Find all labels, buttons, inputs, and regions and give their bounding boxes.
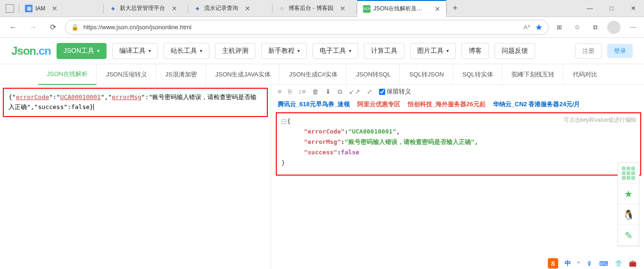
more-icon[interactable]: ⋯	[627, 22, 638, 33]
reading-mode-icon[interactable]: Aᴬ	[523, 24, 530, 31]
chevron-down-icon: ▾	[149, 48, 151, 53]
profile-avatar[interactable]	[607, 21, 620, 34]
tab-json[interactable]: JSON JSON在线解析及格式化验证 ✕	[357, 0, 446, 17]
close-icon[interactable]: ✕	[245, 5, 250, 12]
subnav-sql-json[interactable]: SQL转JSON	[401, 64, 453, 85]
output-pane: ≡ ⎘ ↕≡ 🗑 ⬇ ⧉ ↙↗ ⤢ 保留转义 腾讯云_618元早鸟券_速领 阿里…	[271, 85, 644, 269]
favorite-icon[interactable]: ★	[535, 22, 543, 33]
output-key[interactable]: "success"	[304, 149, 337, 156]
subnav-json-sql[interactable]: JSON转SQL	[347, 64, 400, 85]
chevron-down-icon: ▾	[446, 48, 449, 53]
subnav-js-obfuscate[interactable]: JS混淆加密	[157, 64, 206, 85]
ime-lang[interactable]: 中	[565, 259, 571, 268]
nav-json-tools[interactable]: JSON工具▾	[57, 43, 107, 59]
new-tab-button[interactable]: +	[447, 3, 463, 13]
back-button[interactable]: ←	[6, 20, 21, 35]
chevron-down-icon: ▾	[349, 48, 351, 53]
close-icon[interactable]: ✕	[435, 5, 440, 13]
nav-feedback[interactable]: 问题反馈	[495, 43, 535, 59]
subnav-sql-entity[interactable]: SQL转实体	[454, 64, 502, 85]
keep-escape-checkbox[interactable]: 保留转义	[379, 87, 411, 96]
nav-image-tools[interactable]: 图片工具▾	[410, 43, 456, 59]
close-icon[interactable]: ✕	[340, 5, 346, 12]
tab-admin[interactable]: ◆ 新大总管管理平台 ✕	[104, 0, 188, 17]
input-pane: {"errorCode":"UCA00010001","errorMsg":"账…	[0, 85, 271, 269]
tab-title: 博客后台 - 博客园	[289, 4, 333, 12]
ad-link[interactable]: 恒创科技_海外服务器26元起	[408, 100, 486, 109]
subnav-diff[interactable]: 代码对比	[564, 64, 606, 85]
window-controls: — □ ✕	[579, 0, 644, 17]
qq-button[interactable]: 🐧	[618, 204, 639, 225]
collapse-icon[interactable]: ↙↗	[349, 88, 360, 95]
ime-voice-icon[interactable]: 🎙	[586, 260, 593, 267]
tab-blog[interactable]: ◇ 博客后台 - 博客园 ✕	[272, 0, 356, 17]
feedback-button[interactable]: ✎	[618, 225, 639, 246]
output-value[interactable]: false	[341, 149, 359, 156]
trash-icon[interactable]: 🗑	[312, 88, 319, 95]
subnav-json-java[interactable]: JSON生成JAVA实体	[207, 64, 280, 85]
tab-flow[interactable]: ◆ 流水记录查询 ✕	[188, 0, 272, 17]
download-icon[interactable]: ⬇	[325, 88, 331, 95]
json-input[interactable]: {"errorCode":"UCA00010001","errorMsg":"账…	[3, 88, 268, 117]
close-icon[interactable]: ✕	[52, 5, 58, 12]
ad-link[interactable]: 阿里云优惠专区	[357, 100, 400, 109]
maximize-button[interactable]: □	[601, 0, 622, 17]
subnav: JSON在线解析 JSON压缩转义 JS混淆加密 JSON生成JAVA实体 JS…	[0, 64, 644, 85]
url-input[interactable]: 🔒 https://www.json.cn/json/jsononline.ht…	[65, 20, 549, 35]
sogou-icon[interactable]: S	[548, 258, 558, 269]
indent-icon[interactable]: ↕≡	[298, 88, 305, 95]
nav-host-review[interactable]: 主机评测	[215, 43, 256, 59]
nav-calc-tools[interactable]: 计算工具	[364, 43, 405, 59]
login-button[interactable]: 登录	[607, 44, 633, 58]
chevron-down-icon: ▾	[297, 48, 300, 53]
qrcode-button[interactable]	[618, 163, 639, 184]
ime-punct-icon[interactable]: °	[578, 260, 580, 267]
output-value[interactable]: "账号密码输入错误，请检查密码是否输入正确"	[345, 138, 475, 145]
forward-button[interactable]: →	[25, 20, 41, 35]
tab-title: 流水记录查询	[204, 4, 238, 12]
refresh-button[interactable]: ⟳	[45, 20, 60, 35]
ad-link[interactable]: 腾讯云_618元早鸟券_速领	[278, 100, 350, 109]
ime-toolbar: S 中 ° 🎙 ⌨ 👕 🧰	[543, 258, 641, 269]
tab-iam[interactable]: ▦ IAM ✕	[19, 0, 103, 17]
register-button[interactable]: 注册	[575, 43, 602, 59]
output-value[interactable]: "UCA00010001"	[348, 128, 396, 135]
subnav-json-parse[interactable]: JSON在线解析	[38, 64, 97, 85]
extensions-icon[interactable]: ⊞	[553, 22, 565, 33]
nav-webmaster-tools[interactable]: 站长工具▾	[164, 43, 209, 59]
close-button[interactable]: ✕	[622, 0, 644, 17]
ime-skin-icon[interactable]: 👕	[615, 260, 622, 267]
ad-link[interactable]: 华纳云_CN2 香港服务器24元/月	[493, 100, 580, 109]
output-key[interactable]: "errorMsg"	[304, 138, 341, 145]
collapse-toggle-icon[interactable]: −	[281, 119, 286, 124]
ime-toolbox-icon[interactable]: 🧰	[629, 260, 636, 267]
expand-icon[interactable]: ⤢	[367, 88, 372, 95]
nav-etools[interactable]: 电子工具▾	[313, 43, 358, 59]
window-menu-icon[interactable]	[6, 4, 14, 13]
chevron-down-icon: ▾	[200, 48, 202, 53]
copy-icon[interactable]: ⎘	[288, 88, 292, 95]
nav-tutorials[interactable]: 新手教程▾	[261, 43, 307, 59]
subnav-json-csharp[interactable]: JSON生成C#实体	[281, 64, 347, 85]
site-logo[interactable]: Json.cn	[11, 44, 51, 58]
float-sidebar: ★ 🐧 ✎	[618, 162, 639, 246]
favorite-button[interactable]: ★	[618, 184, 639, 204]
ime-keyboard-icon[interactable]: ⌨	[599, 260, 608, 267]
output-key[interactable]: "errorCode"	[304, 128, 345, 135]
duplicate-icon[interactable]: ⧉	[338, 88, 342, 96]
close-icon[interactable]: ✕	[172, 5, 177, 12]
minimize-button[interactable]: —	[579, 0, 601, 17]
favicon-icon: JSON	[363, 5, 371, 13]
collections-icon[interactable]: ⧉	[589, 22, 601, 33]
favorites-icon[interactable]: ✩	[571, 22, 583, 33]
nav-compile-tools[interactable]: 编译工具▾	[112, 43, 158, 59]
nav-blog[interactable]: 博客	[462, 43, 489, 59]
subnav-camel[interactable]: 驼峰下划线互转	[503, 64, 563, 85]
text-cursor	[93, 104, 94, 110]
favicon-icon: ◆	[194, 5, 201, 12]
favicon-icon: ▦	[25, 5, 33, 12]
subnav-json-compress[interactable]: JSON压缩转义	[98, 64, 156, 85]
favicon-icon: ◇	[278, 5, 286, 12]
output-toolbar: ≡ ⎘ ↕≡ 🗑 ⬇ ⧉ ↙↗ ⤢ 保留转义	[273, 85, 644, 98]
view-icon[interactable]: ≡	[278, 88, 281, 95]
